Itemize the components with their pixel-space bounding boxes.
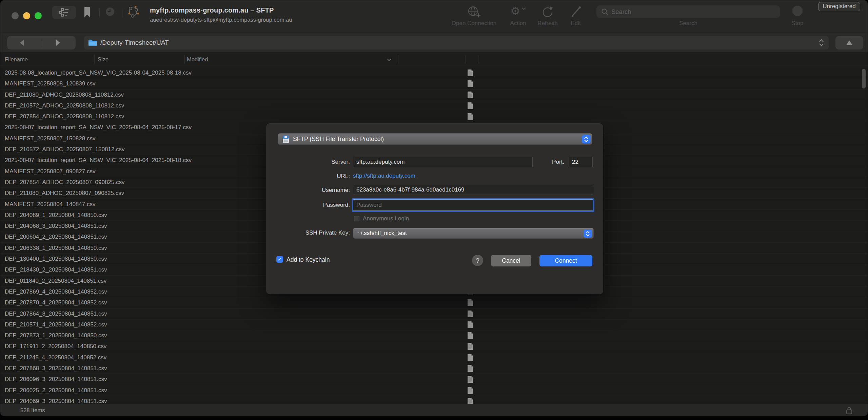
column-divider[interactable] bbox=[184, 55, 185, 64]
file-name: DEP_207869_4_20250804_140852.csv bbox=[5, 286, 107, 297]
path-dropdown[interactable]: /Deputy-Timesheet/UAT bbox=[84, 36, 829, 49]
table-row[interactable]: 2025-08-08_location_report_SA_NSW_VIC_20… bbox=[0, 67, 868, 78]
table-row[interactable]: DEP_206096_3_20250804_140851.csv bbox=[0, 374, 868, 385]
file-name: DEP_206338_1_20250804_140850.csv bbox=[5, 243, 107, 253]
table-row[interactable]: DEP_207873_1_20250804_140850.csv bbox=[0, 330, 868, 341]
outline-view-toggle-button[interactable] bbox=[52, 6, 76, 19]
table-row[interactable]: DEP_207854_ADHOC_20250808_110812.csv bbox=[0, 111, 868, 122]
file-name: DEP_211080_ADHOC_20250807_090825.csv bbox=[5, 188, 124, 198]
close-traffic-light[interactable] bbox=[12, 12, 19, 19]
protocol-select[interactable]: SFTP (SSH File Transfer Protocol) bbox=[278, 133, 592, 145]
file-name: DEP_171911_2_20250804_140850.csv bbox=[5, 341, 106, 352]
outline-view-icon bbox=[59, 8, 69, 17]
back-button[interactable] bbox=[20, 40, 24, 46]
document-icon bbox=[467, 343, 473, 350]
search-icon bbox=[601, 8, 608, 15]
file-name: DEP_211245_4_20250804_140852.csv bbox=[5, 352, 106, 363]
document-icon bbox=[467, 387, 473, 394]
document-icon bbox=[467, 332, 473, 339]
ssh-private-key-label: SSH Private Key: bbox=[266, 229, 350, 236]
document-icon bbox=[467, 365, 473, 372]
file-name: DEP_218430_2_20250804_140851.csv bbox=[5, 264, 107, 275]
list-header: Filename Size Modified bbox=[0, 52, 868, 67]
server-label: Server: bbox=[266, 159, 350, 165]
table-row[interactable]: DEP_211245_4_20250804_140852.csv bbox=[0, 352, 868, 363]
globe-plus-icon bbox=[467, 5, 481, 20]
url-link[interactable]: sftp://sftp.au.deputy.com bbox=[353, 173, 415, 179]
nav-separator bbox=[41, 39, 41, 47]
username-field[interactable]: 623a8a0c-e8a6-4b7f-984a-6d0aed1c0169 bbox=[353, 185, 593, 195]
toolbar-separator bbox=[122, 8, 122, 17]
file-name: DEP_210572_ADHOC_20250807_150812.csv bbox=[5, 144, 124, 155]
ssh-private-key-select[interactable]: ~/.ssh/hff_nick_test bbox=[353, 228, 594, 239]
file-name: MANIFEST_20250808_120839.csv bbox=[5, 78, 95, 89]
zoom-traffic-light[interactable] bbox=[35, 12, 42, 19]
column-divider[interactable] bbox=[478, 55, 478, 64]
password-field[interactable] bbox=[353, 199, 593, 211]
document-icon bbox=[467, 310, 473, 318]
column-divider[interactable] bbox=[94, 55, 95, 64]
table-row[interactable]: DEP_171911_2_20250804_140850.csv bbox=[0, 341, 868, 352]
anonymous-login-checkbox[interactable] bbox=[354, 216, 359, 221]
file-name: DEP_206025_2_20250804_140851.csv bbox=[5, 385, 107, 396]
connect-button[interactable]: Connect bbox=[539, 255, 592, 266]
document-icon bbox=[467, 299, 473, 306]
file-name: 2025-08-07_location_report_SA_NSW_VIC_20… bbox=[5, 122, 192, 133]
table-row[interactable]: DEP_207868_3_20250804_140851.csv bbox=[0, 363, 868, 374]
column-header-size[interactable]: Size bbox=[98, 52, 108, 67]
file-name: DEP_207873_1_20250804_140850.csv bbox=[5, 330, 107, 341]
stop-icon[interactable] bbox=[792, 6, 803, 16]
url-label: URL: bbox=[266, 173, 350, 180]
unregistered-badge[interactable]: Unregistered bbox=[818, 2, 860, 11]
file-name: MANIFEST_20250807_150828.csv bbox=[5, 133, 95, 144]
pathbar: /Deputy-Timesheet/UAT bbox=[0, 33, 868, 52]
refresh-icon bbox=[541, 5, 554, 19]
protocol-chevrons-button[interactable] bbox=[582, 135, 591, 143]
column-header-filename[interactable]: Filename bbox=[5, 52, 28, 67]
minimize-traffic-light[interactable] bbox=[23, 12, 30, 19]
sort-chevron-icon bbox=[387, 58, 391, 61]
connection-dialog: SFTP (SSH File Transfer Protocol) Server… bbox=[266, 123, 604, 295]
file-name: DEP_204089_1_20250804_140850.csv bbox=[5, 210, 107, 220]
file-name: DEP_210571_4_20250804_140852.csv bbox=[5, 319, 107, 330]
items-count: 528 Items bbox=[20, 404, 45, 416]
file-name: DEP_207854_ADHOC_20250807_090825.csv bbox=[5, 177, 124, 187]
file-name: DEP_207870_4_20250804_140852.csv bbox=[5, 297, 107, 308]
table-row[interactable]: DEP_207864_3_20250804_140851.csv bbox=[0, 308, 868, 319]
table-row[interactable]: DEP_210571_4_20250804_140852.csv bbox=[0, 319, 868, 330]
column-divider[interactable] bbox=[466, 55, 466, 64]
table-row[interactable]: DEP_206025_2_20250804_140851.csv bbox=[0, 385, 868, 396]
add-to-keychain-checkbox[interactable]: ✓ bbox=[276, 256, 283, 263]
column-header-modified[interactable]: Modified bbox=[187, 52, 208, 67]
vertical-scrollbar[interactable] bbox=[862, 69, 866, 88]
document-icon bbox=[467, 376, 473, 383]
pencil-icon bbox=[569, 5, 583, 19]
file-name: DEP_211080_ADHOC_20250808_110812.csv bbox=[5, 89, 124, 100]
table-row[interactable]: DEP_207870_4_20250804_140852.csv bbox=[0, 297, 868, 308]
history-icon[interactable] bbox=[105, 7, 115, 16]
bookmarks-icon[interactable] bbox=[83, 7, 91, 18]
upload-button[interactable] bbox=[835, 36, 863, 49]
up-down-chevrons-icon bbox=[584, 136, 589, 142]
port-field[interactable]: 22 bbox=[569, 157, 593, 167]
action-button[interactable]: ⚙ Action bbox=[501, 0, 535, 33]
table-row[interactable]: MANIFEST_20250808_120839.csv bbox=[0, 78, 868, 89]
document-icon bbox=[467, 113, 473, 120]
help-button[interactable]: ? bbox=[472, 255, 483, 266]
port-label: Port: bbox=[504, 159, 564, 165]
table-row[interactable]: DEP_211080_ADHOC_20250808_110812.csv bbox=[0, 89, 868, 100]
search-input[interactable]: Search bbox=[596, 5, 780, 18]
column-divider[interactable] bbox=[398, 55, 398, 64]
current-path: /Deputy-Timesheet/UAT bbox=[100, 36, 169, 49]
cancel-button[interactable]: Cancel bbox=[491, 255, 531, 266]
bonjour-icon[interactable] bbox=[127, 5, 139, 19]
refresh-button[interactable]: Refresh bbox=[531, 0, 565, 33]
password-label: Password: bbox=[266, 202, 350, 208]
file-name: DEP_206096_3_20250804_140851.csv bbox=[5, 374, 107, 384]
edit-button[interactable]: Edit bbox=[560, 0, 591, 33]
window-subtitle: aueurest\sv-deputyts-sftp@myftp.compass-… bbox=[150, 17, 292, 23]
table-row[interactable]: DEP_210572_ADHOC_20250808_110812.csv bbox=[0, 100, 868, 111]
forward-button[interactable] bbox=[56, 40, 60, 46]
ssh-key-chevrons-button[interactable] bbox=[584, 229, 592, 238]
app-window: myftp.compass-group.com.au – SFTP aueure… bbox=[0, 0, 868, 420]
